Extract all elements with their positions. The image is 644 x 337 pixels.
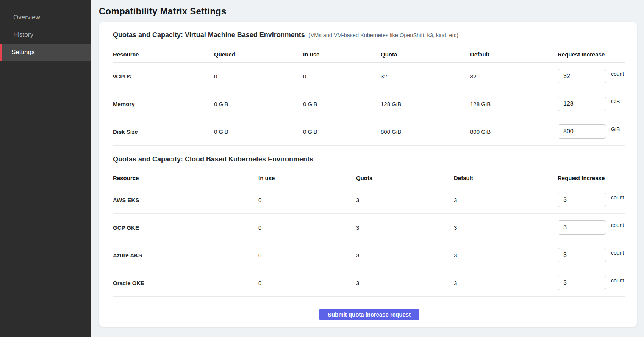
- table-row-oracle-oke: Oracle OKE 0 3 3 count: [113, 269, 625, 297]
- sidebar-item-history[interactable]: History: [0, 26, 91, 44]
- column-header-in-use: In use: [303, 51, 381, 58]
- quota-value: 32: [381, 73, 470, 80]
- queued-value: 0 GiB: [214, 101, 303, 107]
- cloud-quota-table: Resource In use Quota Default Request In…: [113, 170, 625, 297]
- column-header-default: Default: [454, 175, 558, 181]
- table-row-vcpus: vCPUs 0 0 32 32 count: [113, 63, 625, 90]
- column-header-request-increase: Request Increase: [558, 175, 625, 181]
- section-title: Quotas and Capacity: Cloud Based Kuberne…: [113, 155, 313, 163]
- resource-label: vCPUs: [113, 73, 214, 80]
- queued-value: 0: [214, 73, 303, 80]
- sidebar-item-label: Settings: [11, 49, 34, 56]
- request-increase-cell: count: [558, 220, 625, 235]
- in-use-value: 0: [258, 224, 356, 231]
- quota-value: 3: [356, 252, 454, 259]
- azure-aks-request-input[interactable]: [558, 248, 606, 262]
- submit-row: Submit quota increase request: [113, 309, 625, 320]
- default-value: 800 GiB: [470, 129, 558, 135]
- sidebar-item-label: Overview: [13, 14, 40, 21]
- in-use-value: 0: [258, 252, 356, 259]
- unit-label: count: [611, 277, 624, 284]
- table-row-gcp-gke: GCP GKE 0 3 3 count: [113, 214, 625, 241]
- disk-size-request-input[interactable]: [558, 124, 606, 139]
- in-use-value: 0: [258, 280, 356, 286]
- in-use-value: 0 GiB: [303, 101, 381, 107]
- resource-label: AWS EKS: [113, 197, 258, 203]
- unit-label: count: [611, 222, 624, 228]
- section-header: Quotas and Capacity: Cloud Based Kuberne…: [113, 155, 625, 163]
- request-increase-cell: GiB: [558, 124, 625, 139]
- resource-label: GCP GKE: [113, 224, 258, 231]
- table-header-row: Resource In use Quota Default Request In…: [113, 170, 625, 186]
- column-header-request-increase: Request Increase: [558, 51, 625, 58]
- resource-label: Oracle OKE: [113, 280, 258, 286]
- default-value: 3: [454, 224, 558, 231]
- queued-value: 0 GiB: [214, 129, 303, 135]
- column-header-resource: Resource: [113, 51, 214, 58]
- unit-label: count: [611, 194, 624, 201]
- submit-quota-increase-button[interactable]: Submit quota increase request: [319, 309, 419, 320]
- in-use-value: 0 GiB: [303, 129, 381, 135]
- section-vm-environments: Quotas and Capacity: Virtual Machine Bas…: [113, 31, 625, 146]
- quota-value: 3: [356, 224, 454, 231]
- request-increase-cell: count: [558, 69, 625, 83]
- table-row-aws-eks: AWS EKS 0 3 3 count: [113, 186, 625, 214]
- resource-label: Disk Size: [113, 129, 214, 135]
- in-use-value: 0: [258, 197, 356, 203]
- sidebar-nav: Overview History Settings: [0, 9, 91, 61]
- request-increase-cell: GiB: [558, 97, 625, 111]
- table-header-row: Resource Queued In use Quota Default Req…: [113, 47, 625, 63]
- default-value: 32: [470, 73, 558, 80]
- in-use-value: 0: [303, 73, 381, 80]
- column-header-default: Default: [470, 51, 558, 58]
- unit-label: GiB: [611, 126, 620, 132]
- default-value: 128 GiB: [470, 101, 558, 107]
- sidebar-item-settings[interactable]: Settings: [0, 44, 91, 61]
- resource-label: Memory: [113, 101, 214, 107]
- settings-card: Quotas and Capacity: Virtual Machine Bas…: [99, 22, 637, 327]
- default-value: 3: [454, 197, 558, 203]
- memory-request-input[interactable]: [558, 97, 606, 111]
- sidebar-item-overview[interactable]: Overview: [0, 9, 91, 26]
- table-row-disk-size: Disk Size 0 GiB 0 GiB 800 GiB 800 GiB Gi…: [113, 118, 625, 146]
- request-increase-cell: count: [558, 276, 625, 290]
- column-header-quota: Quota: [356, 175, 454, 181]
- column-header-quota: Quota: [381, 51, 470, 58]
- aws-eks-request-input[interactable]: [558, 193, 606, 207]
- request-increase-cell: count: [558, 193, 625, 207]
- unit-label: count: [611, 250, 624, 256]
- default-value: 3: [454, 252, 558, 259]
- resource-label: Azure AKS: [113, 252, 258, 259]
- column-header-in-use: In use: [258, 175, 356, 181]
- table-row-azure-aks: Azure AKS 0 3 3 count: [113, 241, 625, 269]
- quota-value: 128 GiB: [381, 101, 470, 107]
- vm-quota-table: Resource Queued In use Quota Default Req…: [113, 47, 625, 146]
- unit-label: GiB: [611, 99, 620, 105]
- section-subtitle: (VMs and VM-based Kubernetes like OpenSh…: [309, 32, 458, 38]
- column-header-resource: Resource: [113, 175, 258, 181]
- table-row-memory: Memory 0 GiB 0 GiB 128 GiB 128 GiB GiB: [113, 90, 625, 118]
- quota-value: 3: [356, 280, 454, 286]
- page-title: Compatibility Matrix Settings: [99, 6, 637, 17]
- oracle-oke-request-input[interactable]: [558, 276, 606, 290]
- vcpus-request-input[interactable]: [558, 69, 606, 83]
- sidebar: Overview History Settings: [0, 0, 91, 337]
- default-value: 3: [454, 280, 558, 286]
- app-root: Overview History Settings Compatibility …: [0, 0, 644, 337]
- quota-value: 800 GiB: [381, 129, 470, 135]
- section-title: Quotas and Capacity: Virtual Machine Bas…: [113, 31, 305, 39]
- unit-label: count: [611, 71, 624, 77]
- gcp-gke-request-input[interactable]: [558, 220, 606, 235]
- sidebar-item-label: History: [13, 31, 33, 39]
- quota-value: 3: [356, 197, 454, 203]
- request-increase-cell: count: [558, 248, 625, 262]
- column-header-queued: Queued: [214, 51, 303, 58]
- section-cloud-kubernetes: Quotas and Capacity: Cloud Based Kuberne…: [113, 155, 625, 297]
- section-header: Quotas and Capacity: Virtual Machine Bas…: [113, 31, 625, 39]
- main-content: Compatibility Matrix Settings Quotas and…: [91, 0, 644, 337]
